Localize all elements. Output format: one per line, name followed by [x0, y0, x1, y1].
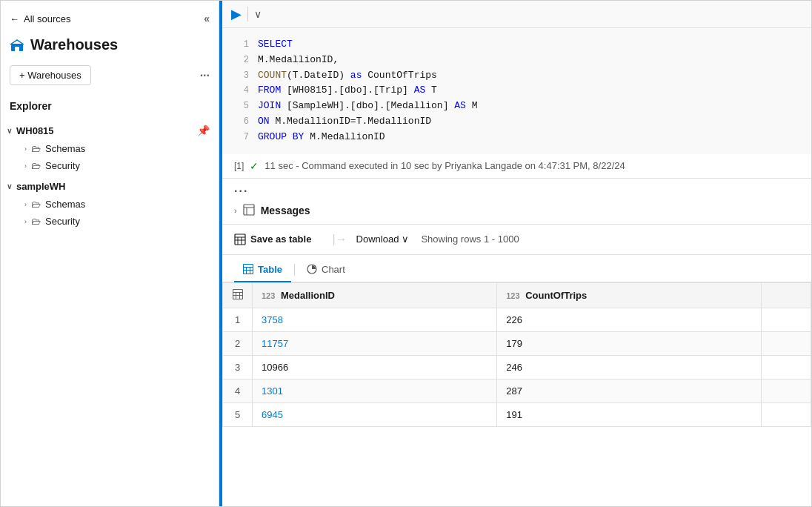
- samplewh-security-folder-icon: 🗁: [31, 216, 41, 227]
- messages-table-icon: [243, 204, 255, 218]
- samplewh-label: sampleWH: [16, 181, 65, 192]
- row-count-label: Showing rows 1 - 1000: [421, 233, 519, 245]
- toolbar-separator: [247, 7, 248, 21]
- editor-panel: ▶ ∨ 1 SELECT 2 M.MedallionID, 3 COUNT(T.…: [222, 1, 811, 506]
- back-arrow-icon: ←: [10, 13, 19, 24]
- svg-rect-1: [15, 47, 19, 51]
- svg-rect-5: [235, 234, 245, 245]
- line-num-7: 7: [234, 130, 249, 145]
- sidebar-top: ← All sources «: [1, 7, 219, 30]
- table-row: 3 10966 246: [223, 355, 811, 379]
- row-num-cell: 1: [223, 308, 253, 331]
- medallionid-cell: 6945: [253, 402, 497, 426]
- row-num-col-header: [223, 282, 253, 308]
- medallionid-cell: 1301: [253, 379, 497, 402]
- schemas-folder-icon: 🗁: [31, 143, 41, 154]
- warehouse-icon: [10, 38, 24, 53]
- code-line-5: 5 JOIN [SampleWH].[dbo].[Medallion] AS M: [234, 99, 811, 114]
- security-folder-icon: 🗁: [31, 160, 41, 171]
- tab-chart-label: Chart: [322, 264, 345, 275]
- collapse-button[interactable]: «: [204, 13, 210, 24]
- empty-cell: [762, 355, 811, 379]
- back-label: All sources: [24, 13, 71, 24]
- samplewh-security-chevron-icon: ›: [24, 218, 27, 225]
- tree-group-header-samplewh[interactable]: ∨ sampleWH: [1, 177, 219, 196]
- wh0815-schemas-item[interactable]: › 🗁 Schemas: [19, 140, 219, 157]
- samplewh-chevron-icon: ∨: [7, 182, 12, 190]
- countoftrips-cell: 191: [497, 402, 762, 426]
- run-button[interactable]: ▶: [231, 7, 242, 21]
- code-content-1: SELECT: [258, 37, 293, 53]
- main-content: ▶ ∨ 1 SELECT 2 M.MedallionID, 3 COUNT(T.…: [219, 1, 811, 506]
- download-label: Download: [356, 233, 399, 245]
- table-row: 4 1301 287: [223, 379, 811, 402]
- wh0815-schemas-label: Schemas: [45, 143, 85, 154]
- tree-group-wh0815: ∨ WH0815 📌 › 🗁 Schemas › 🗁 Security: [1, 121, 219, 174]
- tab-table-label: Table: [258, 264, 282, 275]
- svg-rect-2: [244, 205, 254, 215]
- data-table-container: 123 MedallionID 123 CountOfTrips: [222, 282, 811, 427]
- more-options-button[interactable]: ···: [200, 69, 210, 82]
- toolbar-pipe-separator: |→: [332, 233, 347, 246]
- row-num-cell: 4: [223, 379, 253, 402]
- line-num-4: 4: [234, 84, 249, 98]
- countoftrips-cell: 226: [497, 308, 762, 331]
- ellipsis-row: ...: [222, 179, 811, 198]
- line-num-5: 5: [234, 99, 249, 113]
- code-content-5: JOIN [SampleWH].[dbo].[Medallion] AS M: [258, 99, 477, 114]
- empty-cell: [762, 402, 811, 426]
- security-chevron-icon: ›: [24, 162, 27, 170]
- add-warehouse-button[interactable]: + Warehouses: [10, 65, 91, 85]
- samplewh-schemas-chevron-icon: ›: [24, 201, 27, 208]
- wh0815-security-item[interactable]: › 🗁 Security: [19, 157, 219, 174]
- tree-section: ∨ WH0815 📌 › 🗁 Schemas › 🗁 Security: [1, 118, 219, 506]
- tab-table[interactable]: Table: [234, 258, 291, 282]
- code-content-4: FROM [WH0815].[dbo].[Trip] AS T: [258, 83, 437, 99]
- line-num-1: 1: [234, 38, 249, 52]
- view-tabs: Table Chart: [222, 255, 811, 282]
- status-bracket: [1]: [234, 161, 244, 171]
- tree-group-header-wh0815[interactable]: ∨ WH0815 📌: [1, 121, 219, 140]
- toolbar-dropdown-button[interactable]: ∨: [254, 8, 262, 20]
- samplewh-security-item[interactable]: › 🗁 Security: [19, 213, 219, 230]
- samplewh-children: › 🗁 Schemas › 🗁 Security: [1, 196, 219, 230]
- svg-rect-10: [244, 265, 253, 274]
- tab-chart[interactable]: Chart: [298, 258, 354, 282]
- medallionid-cell: 10966: [253, 355, 497, 379]
- download-chevron-icon: ∨: [402, 233, 409, 245]
- schemas-chevron-icon: ›: [24, 145, 27, 153]
- samplewh-security-label: Security: [45, 216, 80, 227]
- save-table-button[interactable]: Save as table: [234, 231, 311, 248]
- warehouses-title: Warehouses: [30, 36, 118, 53]
- empty-cell: [762, 308, 811, 331]
- data-table: 123 MedallionID 123 CountOfTrips: [222, 282, 811, 427]
- download-button[interactable]: Download ∨: [356, 233, 410, 245]
- empty-cell: [762, 379, 811, 402]
- code-line-7: 7 GROUP BY M.MedallionID: [234, 130, 811, 145]
- line-num-3: 3: [234, 69, 249, 83]
- samplewh-schemas-item[interactable]: › 🗁 Schemas: [19, 196, 219, 213]
- line-num-2: 2: [234, 53, 249, 67]
- empty-col-header: [762, 282, 811, 308]
- code-line-1: 1 SELECT: [234, 37, 811, 53]
- code-content-3: COUNT(T.DateID) as CountOfTrips: [258, 68, 437, 84]
- check-icon: ✓: [250, 160, 259, 172]
- exec-status-bar: [1] ✓ 11 sec - Command executed in 10 se…: [222, 154, 811, 179]
- countoftrips-cell: 246: [497, 355, 762, 379]
- sidebar: ← All sources « Warehouses + Warehouses …: [1, 1, 219, 506]
- samplewh-schemas-folder-icon: 🗁: [31, 199, 41, 210]
- explorer-label: Explorer: [1, 94, 219, 118]
- messages-row[interactable]: › Messages: [222, 198, 811, 225]
- tab-separator: [294, 264, 295, 276]
- code-editor[interactable]: 1 SELECT 2 M.MedallionID, 3 COUNT(T.Date…: [222, 28, 811, 154]
- editor-toolbar: ▶ ∨: [222, 1, 811, 28]
- back-link[interactable]: ← All sources: [10, 13, 71, 24]
- wh0815-pin-icon: 📌: [197, 125, 210, 136]
- medallionid-col-header: 123 MedallionID: [253, 282, 497, 308]
- medallionid-col-type: 123: [262, 291, 275, 300]
- row-num-cell: 5: [223, 402, 253, 426]
- empty-cell: [762, 331, 811, 355]
- countoftrips-cell: 287: [497, 379, 762, 402]
- countoftrips-col-name: CountOfTrips: [525, 290, 587, 301]
- status-text: 11 sec - Command executed in 10 sec by P…: [264, 160, 625, 171]
